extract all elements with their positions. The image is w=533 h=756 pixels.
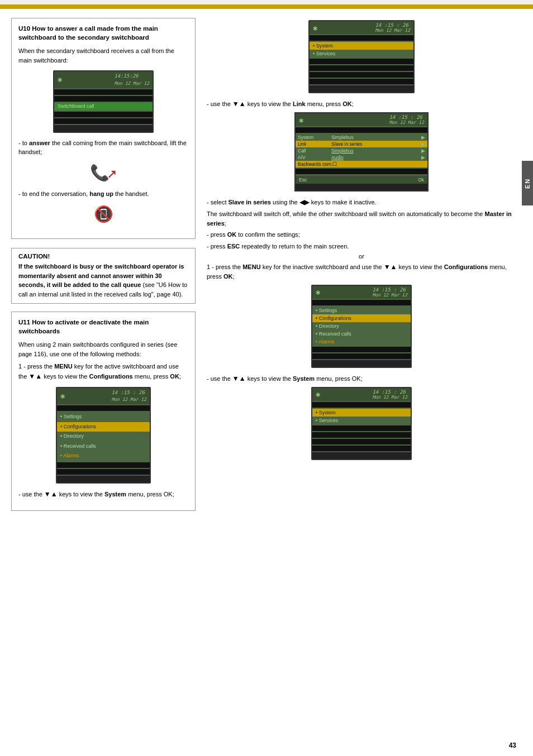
phone-dark-bar-4 — [54, 112, 153, 117]
hangup-icon-container: 📵 — [18, 203, 188, 226]
menu-directory-l: • Directory — [57, 432, 150, 442]
phone-dark-bar-sr1 — [312, 425, 411, 431]
phone-screen-1: ✱ 14:15:26 Mon 12 Mar 12 Switchboard cal… — [54, 71, 153, 124]
phone-dark-bar-rt4 — [310, 79, 413, 84]
phone-dark-bar-rt3 — [310, 72, 413, 78]
menu-key-link: Link — [298, 141, 331, 147]
menu-val-checkbox: ☐ — [332, 161, 425, 167]
phone-dark-bar-cl2 — [57, 462, 150, 468]
phone-dark-bar-cr1 — [312, 347, 411, 352]
u10-title: U10 How to answer a call made from the m… — [18, 24, 188, 42]
caution-title: CAUTION! — [18, 253, 188, 260]
u11-body: When using 2 main switchboards configure… — [18, 340, 188, 499]
or-divider: or — [207, 253, 516, 260]
lift-handset-icon-container: 📞 ↗ — [18, 161, 188, 185]
right-select-instruction: - select Slave in series using the ◀▶ ke… — [207, 197, 516, 207]
menu-key-call: Call — [298, 148, 331, 154]
phone-bottom-bar-cr — [312, 360, 411, 367]
menu-services-sr: • Services — [312, 417, 411, 424]
u11-intro: When using 2 main switchboards configure… — [18, 340, 188, 358]
asterisk-icon-cl: ✱ — [60, 390, 65, 402]
phone-header-1: ✱ 14:15:26 Mon 12 Mar 12 — [54, 71, 153, 88]
phone-header-config-right: ✱ 14 :15 : 26 Mon 12 Mar 12 — [312, 286, 411, 299]
phone-header-system-top: ✱ 14 :15 : 26 Mon 12 Mar 12 — [310, 21, 413, 34]
phone-dark-bar-2 — [54, 96, 153, 102]
side-tab-en: EN — [522, 161, 533, 205]
menu-system-rt: • System — [310, 42, 413, 50]
asterisk-icon-mt: ✱ — [299, 116, 303, 125]
phone-screen-config-right: ✱ 14 :15 : 26 Mon 12 Mar 12 • Settings •… — [312, 286, 411, 359]
phone-dark-bar-rt2 — [310, 65, 413, 71]
menu-val-simplebus1: Simplebus — [331, 135, 421, 140]
phone-dark-bar-cr2 — [312, 353, 411, 359]
phone-bottom-bar-1 — [54, 125, 153, 132]
phone-header-menu-table: ✱ 14 :15 : 26 Mon 12 Mar 12 — [296, 113, 427, 126]
menu-arrow-1: ▶ — [421, 135, 425, 140]
menu-row-backwards: Backwards com. ☐ — [296, 161, 427, 168]
main-content: U10 How to answer a call made from the m… — [0, 4, 533, 537]
phone-date-1: Mon 12 Mar 12 — [114, 80, 149, 87]
menu-key-system: System — [298, 135, 331, 140]
u11-step2: - use the ▼▲ keys to view the System men… — [18, 489, 188, 499]
menu-val-slave: Slave in series — [331, 141, 421, 147]
menu-configurations-cr: • Configurations — [312, 314, 411, 322]
u10-intro: When the secondary switchboard receives … — [18, 46, 188, 65]
asterisk-icon-sr: ✱ — [316, 390, 320, 399]
u10-answer-instruction: - to answer the call coming from the mai… — [18, 138, 188, 157]
menu-row-system: System Simplebus ▶ — [296, 134, 427, 141]
menu-val-simplebus2: Simplebus — [331, 148, 421, 154]
phone-bottom-bar-cl — [57, 476, 150, 482]
u10-body: When the secondary switchboard receives … — [18, 46, 188, 226]
menu-settings-l: • Settings — [57, 412, 150, 422]
phone-time-cl: 14 :15 : 26 — [111, 389, 146, 397]
phone-dark-bar-cr0 — [312, 300, 411, 305]
menu-row-link: Link Slave in series ▶ — [296, 141, 427, 147]
phone-menu-table-screen: ✱ 14 :15 : 26 Mon 12 Mar 12 System Simpl… — [296, 113, 427, 184]
right-step3: - use the ▼▲ keys to view the System men… — [207, 374, 516, 384]
right-instruction1: - use the ▼▲ keys to view the Link menu,… — [207, 99, 516, 109]
menu-system-sr: • System — [312, 409, 411, 417]
phone-date-cl: Mon 12 Mar 12 — [111, 396, 146, 403]
phone-display-system-right: ✱ 14 :15 : 26 Mon 12 Mar 12 • System • S… — [311, 387, 412, 460]
caution-body: If the switchboard is busy or the switch… — [18, 262, 188, 299]
phone-display-1: ✱ 14:15:26 Mon 12 Mar 12 Switchboard cal… — [53, 70, 154, 133]
menu-key-backwards: Backwards com. — [298, 161, 332, 167]
ok-label: Ok — [418, 177, 424, 183]
menu-directory-cr: • Directory — [312, 322, 411, 330]
phone-display-config-right: ✱ 14 :15 : 26 Mon 12 Mar 12 • Settings •… — [311, 285, 412, 368]
right-column: ✱ 14 :15 : 26 Mon 12 Mar 12 • System • S… — [207, 18, 516, 520]
caution-text: If the switchboard is busy or the switch… — [18, 262, 188, 299]
phone-dark-bar-rt0 — [310, 35, 413, 41]
phone-header-config-left: ✱ 14 :15 : 26 Mon 12 Mar 12 — [57, 388, 150, 405]
phone-dark-bar-mt0 — [296, 127, 427, 133]
phone-header-system-right: ✱ 14 :15 : 26 Mon 12 Mar 12 — [312, 388, 411, 401]
phone-dark-bar-3: Switchboard call — [54, 103, 153, 111]
section-u11: U11 How to activate or deactivate the ma… — [11, 312, 196, 511]
menu-val-audio: Audio — [331, 155, 421, 160]
top-accent-bar — [0, 4, 533, 9]
asterisk-icon-rt: ✱ — [313, 23, 317, 32]
u11-step1: 1 - press the MENU key for the active sw… — [18, 362, 188, 381]
phone-display-system-top: ✱ 14 :15 : 26 Mon 12 Mar 12 • System • S… — [308, 20, 415, 93]
switchboard-call-label: Switchboard call — [58, 103, 94, 111]
phone-dark-bar-cl — [57, 405, 150, 411]
menu-alarms-l: • Alarms — [57, 451, 150, 461]
menu-row-call: Call Simplebus ▶ — [296, 147, 427, 154]
phone-esc-ok-bar: Esc Ok — [296, 175, 427, 184]
asterisk-icon-cr: ✱ — [316, 288, 320, 296]
asterisk-icon: ✱ — [58, 74, 62, 85]
phone-bottom-bar-mt — [296, 184, 427, 190]
phone-date-rt: Mon 12 Mar 12 — [375, 28, 410, 33]
menu-arrow-3: ▶ — [421, 148, 425, 154]
phone-display-config-left: ✱ 14 :15 : 26 Mon 12 Mar 12 • Settings •… — [56, 387, 151, 484]
phone-time-mt: 14 :15 : 26 — [389, 114, 424, 120]
menu-arrow-2: ▶ — [421, 141, 425, 147]
menu-key-av: A/V — [298, 155, 331, 160]
right-press-esc: - press ESC repeatedly to return to the … — [207, 242, 516, 251]
phone-time-rt: 14 :15 : 26 — [375, 22, 410, 28]
caution-box: CAUTION! If the switchboard is busy or t… — [11, 248, 196, 304]
phone-dark-bar-sr0 — [312, 402, 411, 408]
lift-arrow-icon: ↗ — [107, 167, 117, 181]
hangup-icon: 📵 — [94, 203, 113, 226]
page-container: EN U10 How to answer a call made from th… — [0, 4, 533, 756]
